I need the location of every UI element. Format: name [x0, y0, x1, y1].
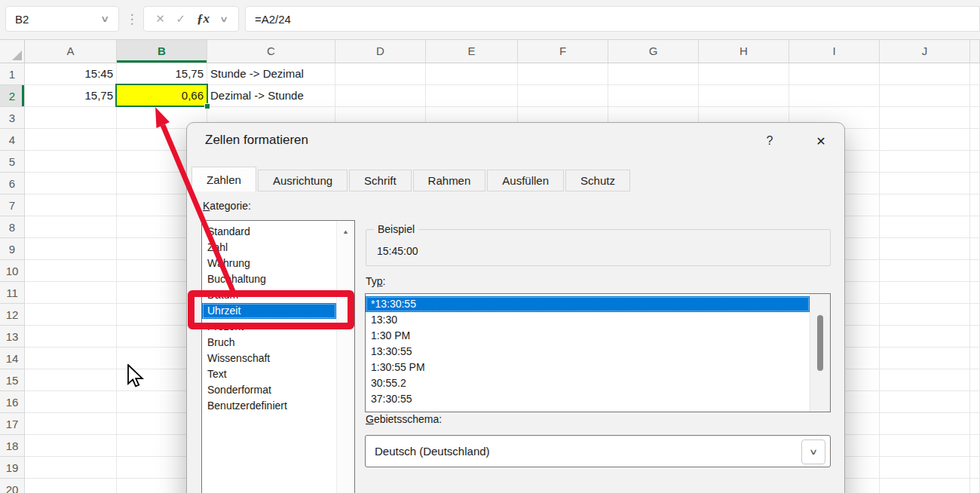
row-header-4[interactable]: 4 [0, 129, 25, 151]
cell-I1[interactable] [789, 63, 880, 85]
cancel-entry-icon[interactable]: ✕ [155, 12, 165, 26]
row-header-5[interactable]: 5 [0, 151, 25, 173]
cell-A7[interactable] [25, 194, 117, 216]
cell-A17[interactable] [25, 413, 117, 435]
cell-J14[interactable] [880, 348, 970, 369]
insert-function-icon[interactable]: ƒx [197, 11, 210, 26]
row-header-2[interactable]: 2 [0, 85, 25, 107]
row-header-14[interactable]: 14 [0, 348, 25, 369]
row-header-17[interactable]: 17 [0, 413, 25, 435]
cell-partial-20[interactable] [970, 479, 980, 493]
cell-E2[interactable] [426, 85, 518, 107]
column-header-g[interactable]: G [608, 39, 699, 63]
cell-J12[interactable] [880, 304, 970, 326]
column-header-i[interactable]: I [789, 39, 880, 63]
row-header-7[interactable]: 7 [0, 194, 25, 216]
cell-J15[interactable] [880, 369, 970, 391]
cell-partial-5[interactable] [970, 151, 980, 173]
name-box-chevron-down-icon[interactable]: ∨ [100, 14, 121, 24]
cell-J6[interactable] [880, 173, 970, 194]
cell-J7[interactable] [880, 194, 970, 216]
row-header-12[interactable]: 12 [0, 304, 25, 326]
cell-J13[interactable] [880, 326, 970, 348]
cell-partial-17[interactable] [970, 413, 980, 435]
cell-A19[interactable] [25, 457, 117, 479]
category-item-sonderformat[interactable]: Sonderformat [202, 382, 336, 398]
cell-J19[interactable] [880, 457, 970, 479]
type-scrollbar-thumb[interactable] [817, 315, 823, 371]
cell-J5[interactable] [880, 151, 970, 173]
column-header-j[interactable]: J [880, 39, 970, 63]
fill-handle[interactable] [204, 103, 210, 109]
cell-A18[interactable] [25, 435, 117, 457]
cell-A10[interactable] [25, 260, 117, 282]
tab-schutz[interactable]: Schutz [565, 170, 630, 191]
cell-partial-11[interactable] [970, 282, 980, 304]
row-header-19[interactable]: 19 [0, 457, 25, 479]
select-all-corner[interactable] [0, 39, 25, 63]
row-header-11[interactable]: 11 [0, 282, 25, 304]
cell-A16[interactable] [25, 391, 117, 413]
scroll-up-icon[interactable]: ▲ [337, 228, 354, 235]
cell-A8[interactable] [25, 216, 117, 238]
category-scrollbar[interactable]: ▲ [336, 221, 354, 493]
tab-ausfüllen[interactable]: Ausfüllen [487, 170, 564, 191]
cell-partial-1[interactable] [970, 63, 980, 85]
column-header-c[interactable]: C [207, 39, 335, 63]
category-item-bruch[interactable]: Bruch [202, 335, 336, 351]
cell-J18[interactable] [880, 435, 970, 457]
cell-I2[interactable] [789, 85, 880, 107]
row-header-10[interactable]: 10 [0, 260, 25, 282]
row-header-3[interactable]: 3 [0, 107, 25, 129]
close-icon[interactable]: ✕ [811, 132, 831, 150]
cell-partial-9[interactable] [970, 238, 980, 260]
cell-C1[interactable]: Stunde -> Dezimal [207, 63, 335, 85]
cell-partial-14[interactable] [970, 348, 980, 369]
cell-H2[interactable] [699, 85, 789, 107]
cell-A15[interactable] [25, 369, 117, 391]
cell-A4[interactable] [25, 129, 117, 151]
cell-J16[interactable] [880, 391, 970, 413]
tab-zahlen[interactable]: Zahlen [191, 167, 256, 191]
cell-partial-16[interactable] [970, 391, 980, 413]
column-header-h[interactable]: H [699, 39, 789, 63]
cell-partial-4[interactable] [970, 129, 980, 151]
cell-A20[interactable] [25, 479, 117, 493]
cell-partial-7[interactable] [970, 194, 980, 216]
formula-input[interactable]: =A2/24 [245, 6, 980, 32]
name-box[interactable]: B2 ∨ [5, 6, 119, 32]
cell-J17[interactable] [880, 413, 970, 435]
cell-A6[interactable] [25, 173, 117, 194]
type-item-1-30-55-pm[interactable]: 1:30:55 PM [366, 360, 810, 375]
column-header-e[interactable]: E [426, 39, 518, 63]
cell-G1[interactable] [608, 63, 699, 85]
cell-J10[interactable] [880, 260, 970, 282]
column-header-partial[interactable] [970, 39, 980, 63]
cell-partial-2[interactable] [970, 85, 980, 107]
row-header-1[interactable]: 1 [0, 63, 25, 85]
type-item-13-30-55[interactable]: 13:30:55 [366, 344, 810, 360]
cell-A3[interactable] [25, 107, 117, 129]
category-item-prozent[interactable]: Prozent [202, 319, 336, 335]
cell-A13[interactable] [25, 326, 117, 348]
cell-J8[interactable] [880, 216, 970, 238]
cell-partial-15[interactable] [970, 369, 980, 391]
cell-H1[interactable] [699, 63, 789, 85]
cell-J2[interactable] [880, 85, 970, 107]
cell-F1[interactable] [518, 63, 608, 85]
formula-bar-resize-dots-icon[interactable]: ⋮ [125, 6, 139, 32]
cell-J3[interactable] [880, 107, 970, 129]
row-header-18[interactable]: 18 [0, 435, 25, 457]
cell-partial-10[interactable] [970, 260, 980, 282]
cell-A9[interactable] [25, 238, 117, 260]
cell-partial-12[interactable] [970, 304, 980, 326]
row-header-16[interactable]: 16 [0, 391, 25, 413]
cell-partial-3[interactable] [970, 107, 980, 129]
gebietsschema-dropdown[interactable]: Deutsch (Deutschland) ∨ [365, 435, 831, 467]
column-header-d[interactable]: D [335, 39, 426, 63]
category-item-datum[interactable]: Datum [202, 287, 336, 303]
column-header-b[interactable]: B [117, 39, 207, 63]
row-header-15[interactable]: 15 [0, 369, 25, 391]
confirm-entry-icon[interactable]: ✓ [176, 12, 186, 26]
category-item-währung[interactable]: Währung [202, 256, 336, 271]
